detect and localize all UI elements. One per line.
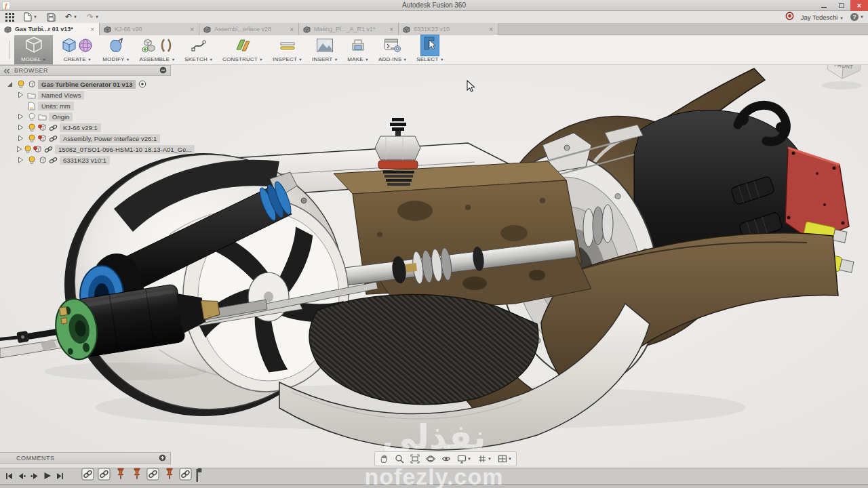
toolbar-select-button[interactable]: SELECT ▼ — [412, 35, 448, 64]
expander-icon[interactable] — [16, 92, 25, 98]
toolbar-grip[interactable] — [9, 41, 10, 59]
browser-tree-item[interactable]: Assembly, Power Interface v26:1 — [1, 133, 171, 144]
expander-icon[interactable] — [16, 146, 22, 152]
sketch-spline-icon — [191, 37, 207, 56]
tab-close-icon[interactable]: × — [288, 26, 295, 33]
toolbar-create-button[interactable]: CREATE ▼ — [57, 35, 98, 64]
look-at-icon[interactable] — [441, 454, 451, 464]
record-icon[interactable] — [785, 11, 794, 23]
tree-item-label[interactable]: Named Views — [38, 91, 84, 100]
folder-icon — [38, 113, 47, 121]
toolbar-inspect-button[interactable]: INSPECT ▼ — [268, 35, 307, 64]
inspect-measure-icon — [279, 37, 296, 56]
viewports-icon[interactable]: ▼ — [498, 454, 512, 464]
document-icon — [402, 26, 411, 33]
assemble-components-icon — [142, 37, 158, 56]
toolbar-items: MODEL ▼ CREATE ▼ MODIFY ▼ ASSEMBLE ▼ SKE… — [14, 35, 449, 64]
browser-tree-item[interactable]: Units: mm — [1, 100, 171, 111]
link-icon — [49, 124, 58, 131]
document-icon — [27, 102, 36, 110]
comments-panel[interactable]: COMMENTS — [0, 452, 171, 464]
collapse-panel-icon[interactable] — [3, 64, 10, 77]
expander-icon[interactable] — [16, 157, 25, 163]
expander-icon[interactable] — [16, 113, 25, 120]
toolbar-modify-button[interactable]: MODIFY ▼ — [98, 35, 134, 64]
tab-close-icon[interactable]: × — [388, 26, 395, 33]
tree-item-label[interactable]: Origin — [49, 113, 73, 121]
document-tab[interactable]: 6331K23 v10 × — [399, 23, 498, 35]
document-tab[interactable]: Assembl...erface v28 × — [199, 23, 299, 35]
maximize-button[interactable] — [833, 0, 850, 11]
tab-close-icon[interactable]: × — [488, 26, 494, 33]
pan-icon[interactable] — [379, 454, 389, 464]
browser-tree-item[interactable]: Gas Turbine Generator 01 v13 — [1, 79, 171, 89]
browser-tree-item[interactable]: Origin — [1, 111, 171, 122]
expander-icon[interactable] — [16, 124, 25, 131]
user-menu[interactable]: Jay Tedeschi ▼ — [801, 14, 844, 21]
toolbar-insert-button[interactable]: INSERT ▼ — [307, 35, 342, 64]
document-icon — [203, 26, 212, 33]
model-cube-icon — [24, 36, 44, 56]
visibility-bulb-icon[interactable] — [27, 134, 36, 143]
redo-icon[interactable]: ↷▼ — [87, 13, 99, 21]
toolbar-sketch-button[interactable]: SKETCH ▼ — [180, 35, 218, 64]
tree-item-label[interactable]: 6331K23 v10:1 — [60, 156, 110, 165]
file-new-icon[interactable]: ▼ — [24, 12, 37, 22]
browser-tree-item[interactable]: 6331K23 v10:1 — [1, 155, 171, 165]
toolbar-make-button[interactable]: MAKE ▼ — [342, 35, 374, 64]
browser-tree-item[interactable]: KJ-66 v29:1 — [1, 122, 171, 133]
toolbar-model-button[interactable]: MODEL ▼ — [14, 35, 53, 64]
component-icon — [38, 156, 47, 164]
save-icon[interactable] — [47, 13, 56, 22]
visibility-bulb-icon[interactable] — [27, 123, 36, 132]
toolbar-add-ins-button[interactable]: ADD-INS ▼ — [374, 35, 412, 64]
document-icon — [103, 26, 112, 33]
toolbar-assemble-button[interactable]: ASSEMBLE ▼ — [134, 35, 180, 64]
watermark-domain: nofezly.com — [0, 464, 868, 488]
expander-icon[interactable] — [16, 135, 25, 142]
minimize-button[interactable] — [815, 0, 833, 11]
link-icon — [49, 157, 58, 164]
toolbar-construct-button[interactable]: CONSTRUCT ▼ — [218, 35, 268, 64]
grid-snaps-icon[interactable]: ▼ — [477, 454, 492, 464]
document-tab[interactable]: KJ-66 v20 × — [100, 23, 199, 35]
help-menu[interactable]: ?▼ — [850, 13, 864, 21]
visibility-bulb-icon[interactable] — [24, 145, 31, 154]
fit-icon[interactable] — [410, 454, 420, 464]
comments-label: COMMENTS — [4, 455, 159, 462]
display-settings-icon[interactable] — [159, 64, 167, 77]
visibility-bulb-icon[interactable] — [27, 113, 36, 121]
add-comment-icon[interactable] — [159, 452, 166, 464]
tab-close-icon[interactable]: × — [89, 26, 96, 33]
visibility-bulb-icon[interactable] — [16, 80, 25, 89]
tree-item-label[interactable]: Assembly, Power Interface v26:1 — [60, 134, 160, 143]
component-red-icon — [38, 134, 47, 142]
activate-radio-icon[interactable] — [138, 80, 146, 88]
browser-panel: BROWSER Gas Turbine Generator 01 v13Name… — [0, 65, 171, 167]
insert-image-icon — [316, 38, 334, 56]
document-icon — [302, 26, 311, 33]
mouse-cursor — [467, 80, 476, 96]
construct-planes-icon — [234, 37, 252, 56]
document-tab[interactable]: Gas Turbi...r 01 v13* × — [0, 23, 100, 35]
tree-item-label[interactable]: KJ-66 v29:1 — [60, 123, 101, 132]
tree-item-label[interactable]: 15082_0TSO1-096-HSM1-10 18.13-A01_Ge... — [55, 145, 195, 154]
folder-icon — [27, 92, 36, 99]
app-grid-icon[interactable] — [5, 13, 14, 22]
visibility-bulb-icon[interactable] — [27, 156, 36, 165]
zoom-icon[interactable] — [395, 454, 404, 464]
tab-close-icon[interactable]: × — [189, 26, 195, 33]
display-settings-icon[interactable]: ▼ — [457, 454, 471, 464]
browser-tree-item[interactable]: 15082_0TSO1-096-HSM1-10 18.13-A01_Ge... — [1, 144, 171, 155]
document-tab[interactable]: Mating_Pl..._A_R1 v1* × — [299, 23, 399, 35]
expander-icon[interactable] — [5, 81, 14, 87]
browser-header[interactable]: BROWSER — [0, 65, 171, 76]
tree-item-label[interactable]: Gas Turbine Generator 01 v13 — [38, 80, 136, 89]
close-button[interactable]: × — [850, 0, 868, 11]
browser-title: BROWSER — [14, 67, 155, 74]
browser-tree-item[interactable]: Named Views — [1, 89, 171, 100]
addins-script-icon — [384, 38, 401, 56]
orbit-icon[interactable] — [426, 454, 435, 464]
undo-icon[interactable]: ↶▼ — [65, 13, 77, 21]
tree-item-label[interactable]: Units: mm — [38, 102, 74, 110]
